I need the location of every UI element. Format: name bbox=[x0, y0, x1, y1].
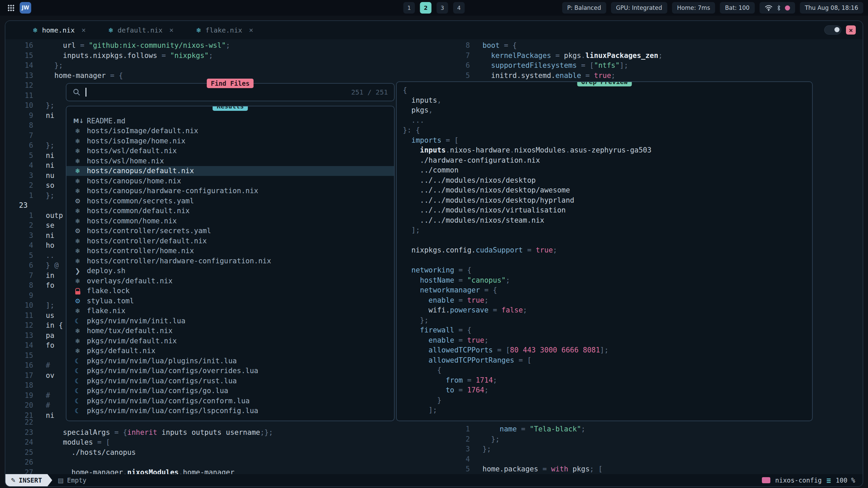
code-line[interactable]: 6 supportedFilesystems = ["ntfs"]; bbox=[456, 61, 863, 71]
result-item[interactable]: ☾pkgs/nvim/nvim/lua/configs/rust.lua bbox=[66, 376, 394, 386]
code-line[interactable]: networking = { bbox=[403, 265, 812, 276]
tab-home.nix[interactable]: ❄home.nix× bbox=[33, 26, 86, 34]
result-item[interactable]: flake.lock bbox=[66, 286, 394, 296]
workspace-button-1[interactable]: 1 bbox=[403, 2, 415, 14]
tab-close-icon[interactable]: × bbox=[249, 26, 253, 34]
tab-close-icon[interactable]: × bbox=[81, 26, 86, 34]
code-line[interactable]: allowedTCPPortRanges = [ bbox=[403, 355, 812, 366]
code-line[interactable]: 23 specialArgs = {inherit inputs outputs… bbox=[5, 428, 460, 438]
result-item[interactable]: M↓README.md bbox=[66, 116, 394, 126]
result-item[interactable]: ☾pkgs/nvim/nvim/lua/configs/overrides.lu… bbox=[66, 366, 394, 376]
result-item[interactable]: ❄hosts/isoImage/default.nix bbox=[66, 126, 394, 136]
window-toggle[interactable] bbox=[824, 25, 841, 35]
result-item[interactable]: ❯deploy.sh bbox=[66, 266, 394, 276]
result-item[interactable]: ❄hosts/canopus/hardware-configuration.ni… bbox=[66, 186, 394, 196]
code-line[interactable]: ./hardware-configuration.nix bbox=[403, 156, 812, 166]
bluetooth-icon[interactable] bbox=[777, 5, 781, 11]
tab-default.nix[interactable]: ❄default.nix× bbox=[108, 26, 174, 34]
result-item[interactable]: ☾pkgs/nvim/nvim/lua/configs/lspconfig.lu… bbox=[66, 406, 394, 416]
code-line[interactable]: ]; bbox=[403, 405, 812, 415]
logo-badge[interactable]: JW bbox=[20, 2, 31, 14]
result-item[interactable]: ❄hosts/controller/default.nix bbox=[66, 236, 394, 246]
code-line[interactable]: ../../modules/nixos/steam.nix bbox=[403, 216, 812, 226]
code-text: ../../modules/nixos/steam.nix bbox=[403, 216, 544, 226]
tab-flake.nix[interactable]: ❄flake.nix× bbox=[196, 26, 253, 34]
result-item[interactable]: ❄hosts/wsl/home.nix bbox=[66, 156, 394, 166]
code-line[interactable]: 14 }; bbox=[5, 61, 460, 71]
result-item[interactable]: ⚙hosts/common/secrets.yaml bbox=[66, 196, 394, 206]
result-item[interactable]: ☾pkgs/nvim/nvim/lua/configs/conform.lua bbox=[66, 396, 394, 406]
code-line[interactable]: 2 }; bbox=[456, 434, 863, 445]
result-item[interactable]: ❄hosts/common/home.nix bbox=[66, 216, 394, 226]
result-item[interactable]: ❄hosts/isoImage/home.nix bbox=[66, 136, 394, 146]
code-line[interactable]: 16 url = "github:nix-community/nixos-wsl… bbox=[5, 41, 460, 51]
code-token: ; bbox=[493, 376, 497, 384]
code-line[interactable]: hostName = "canopus"; bbox=[403, 276, 812, 286]
result-item[interactable]: ❄hosts/wsl/default.nix bbox=[66, 146, 394, 156]
code-line[interactable]: enable = true; bbox=[403, 336, 812, 346]
result-item[interactable]: ❄hosts/controller/hardware-configuration… bbox=[66, 256, 394, 266]
code-line[interactable]: inputs, bbox=[403, 96, 812, 106]
result-item[interactable]: ❄flake.nix bbox=[66, 306, 394, 316]
code-line[interactable]: { bbox=[403, 365, 812, 375]
result-item[interactable]: ❄hosts/common/default.nix bbox=[66, 206, 394, 216]
code-line[interactable]: 26 bbox=[5, 458, 460, 468]
app-launcher-icon[interactable] bbox=[7, 4, 15, 12]
code-line[interactable]: 15 inputs.nixpkgs.follows = "nixpkgs"; bbox=[5, 51, 460, 61]
workspace-button-2[interactable]: 2 bbox=[420, 2, 432, 14]
result-item[interactable]: ❄home/tux/default.nix bbox=[66, 326, 394, 336]
result-item[interactable]: ❄hosts/canopus/default.nix bbox=[66, 166, 394, 176]
code-line[interactable]: 4 bbox=[456, 454, 863, 465]
code-line[interactable]: networkmanager = { bbox=[403, 285, 812, 296]
code-line[interactable]: ../../modules/nixos/virtualisation bbox=[403, 205, 812, 216]
code-line[interactable] bbox=[403, 236, 812, 246]
code-line[interactable]: imports = [ bbox=[403, 136, 812, 146]
code-line[interactable]: inputs.nixos-hardware.nixosModules.asus-… bbox=[403, 145, 812, 156]
status-chip-1: GPU: Integrated bbox=[611, 2, 667, 14]
code-line[interactable]: ../common bbox=[403, 165, 812, 176]
code-line[interactable]: }; bbox=[403, 316, 812, 326]
workspace-button-4[interactable]: 4 bbox=[453, 2, 465, 14]
code-line[interactable]: 24 modules = [ bbox=[5, 438, 460, 448]
tab-close-icon[interactable]: × bbox=[169, 26, 174, 34]
code-line[interactable]: 25 ./hosts/canopus bbox=[5, 448, 460, 458]
code-line[interactable]: pkgs, bbox=[403, 105, 812, 116]
code-line[interactable]: ... bbox=[403, 116, 812, 126]
code-line[interactable]: firewall = { bbox=[403, 325, 812, 336]
result-item[interactable]: ❄pkgs/default.nix bbox=[66, 346, 394, 356]
result-item[interactable]: ☾pkgs/nvim/nvim/init.lua bbox=[66, 316, 394, 326]
code-line[interactable]: ../../modules/nixos/desktop/hyprland bbox=[403, 196, 812, 206]
result-item[interactable]: ☾pkgs/nvim/nvim/lua/configs/go.lua bbox=[66, 386, 394, 396]
workspace-button-3[interactable]: 3 bbox=[437, 2, 448, 14]
code-line[interactable]: 8boot = { bbox=[456, 41, 863, 51]
code-line[interactable]: allowedTCPPorts = [80 443 3000 6666 8081… bbox=[403, 345, 812, 355]
code-line[interactable]: 1 name = "Tela-black"; bbox=[456, 424, 863, 434]
code-line[interactable]: ]; bbox=[403, 225, 812, 236]
result-item[interactable]: ❄hosts/canopus/home.nix bbox=[66, 176, 394, 186]
code-line[interactable]: { bbox=[403, 85, 812, 96]
code-line[interactable]: } bbox=[403, 395, 812, 406]
accent-dot-icon[interactable] bbox=[785, 5, 790, 11]
wifi-icon[interactable] bbox=[765, 5, 773, 11]
code-line[interactable]: 7 kernelPackages = pkgs.linuxPackages_ze… bbox=[456, 51, 863, 61]
code-line[interactable]: }: { bbox=[403, 125, 812, 136]
result-item[interactable]: ❄hosts/controller/home.nix bbox=[66, 246, 394, 256]
code-line[interactable]: wifi.powersave = false; bbox=[403, 305, 812, 316]
code-line[interactable]: enable = true; bbox=[403, 296, 812, 306]
code-line[interactable]: ../../modules/nixos/desktop bbox=[403, 176, 812, 186]
result-item[interactable]: ❄overlays/default.nix bbox=[66, 276, 394, 286]
tray-chip[interactable] bbox=[760, 2, 795, 14]
code-line[interactable]: ../../modules/nixos/desktop/awesome bbox=[403, 185, 812, 196]
code-line[interactable]: from = 1714; bbox=[403, 375, 812, 386]
code-line[interactable] bbox=[403, 256, 812, 266]
code-line[interactable]: to = 1764; bbox=[403, 385, 812, 395]
code-line[interactable]: 5home.packages = with pkgs; [ bbox=[456, 464, 863, 474]
result-item[interactable]: ❄pkgs/nvim/default.nix bbox=[66, 336, 394, 346]
code-line[interactable]: 3}; bbox=[456, 444, 863, 454]
window-close-button[interactable]: × bbox=[846, 25, 856, 35]
result-item[interactable]: ⚙stylua.toml bbox=[66, 296, 394, 306]
code-line[interactable]: nixpkgs.config.cudaSupport = true; bbox=[403, 245, 812, 256]
result-item[interactable]: ☾pkgs/nvim/nvim/lua/plugins/init.lua bbox=[66, 356, 394, 366]
code-line[interactable]: 5 initrd.systemd.enable = true; bbox=[456, 71, 863, 81]
result-item[interactable]: ⚙hosts/controller/secrets.yaml bbox=[66, 226, 394, 236]
